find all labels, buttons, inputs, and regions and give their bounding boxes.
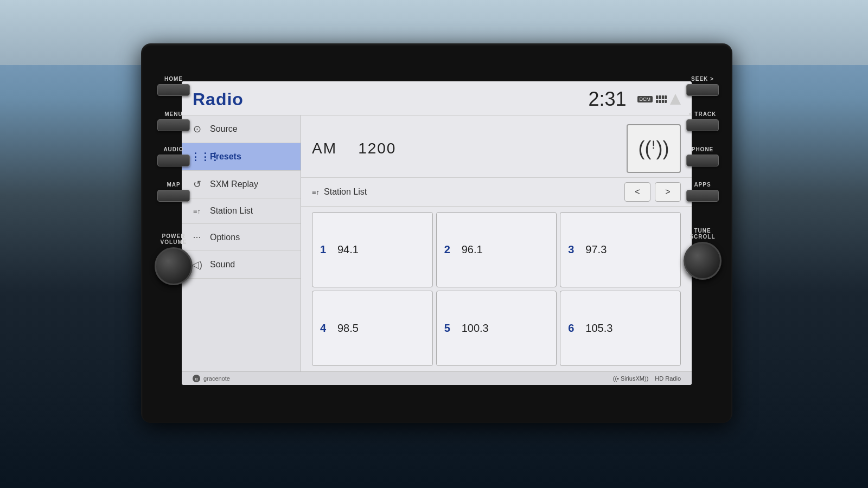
- gracenote-branding: g gracenote: [193, 375, 230, 382]
- nav-station-text: Station List: [324, 187, 367, 197]
- map-button[interactable]: [157, 190, 190, 202]
- preset-4-num: 4: [320, 322, 332, 335]
- station-list-label: Station List: [210, 206, 253, 216]
- preset-3-freq: 97.3: [585, 243, 607, 256]
- station-band: AM: [312, 140, 337, 157]
- menu-item-options[interactable]: ··· Options: [182, 224, 301, 251]
- audio-button-label: AUDIO: [163, 146, 183, 152]
- track-button-label: < TRACK: [689, 111, 717, 117]
- screen-body: ⊙ Source ⋮⋮⋮ Presets ↺ SXM Replay ≡↑ Sta…: [182, 115, 692, 371]
- preset-1[interactable]: 1 94.1: [312, 212, 433, 287]
- grid-icon: [656, 95, 667, 103]
- nav-buttons: < >: [624, 182, 681, 202]
- screen-footer: g gracenote ((• SiriusXM)) HD Radio: [182, 371, 692, 385]
- preset-2-freq: 96.1: [462, 243, 483, 256]
- hd-radio-logo: HD Radio: [655, 375, 681, 382]
- preset-5[interactable]: 5 100.3: [436, 291, 557, 366]
- prev-button[interactable]: <: [624, 182, 650, 202]
- track-button-group: < TRACK: [684, 111, 722, 131]
- preset-3[interactable]: 3 97.3: [560, 212, 681, 287]
- sound-label: Sound: [210, 260, 235, 269]
- footer-brands: ((• SiriusXM)) HD Radio: [613, 375, 681, 382]
- audio-button-group: AUDIO: [155, 146, 193, 166]
- map-button-group: MAP: [155, 182, 193, 202]
- preset-1-num: 1: [320, 243, 332, 256]
- gracenote-label: gracenote: [203, 375, 230, 382]
- screen-header: Radio 2:31 DCM: [182, 81, 692, 115]
- power-volume-knob[interactable]: [155, 247, 193, 285]
- station-frequency: 1200: [358, 140, 396, 157]
- preset-4-freq: 98.5: [337, 322, 359, 335]
- phone-button-group: PHONE: [684, 146, 722, 166]
- preset-2-num: 2: [444, 243, 456, 256]
- physical-buttons-left: HOME MENU AUDIO MAP POWER VOLUME: [155, 76, 193, 285]
- seek-button[interactable]: [686, 84, 719, 96]
- signal-icon: [670, 94, 681, 105]
- menu-item-sxm-replay[interactable]: ↺ SXM Replay: [182, 171, 301, 198]
- apps-button-group: APPS: [684, 182, 722, 202]
- preset-6-freq: 105.3: [585, 322, 612, 335]
- phone-button-label: PHONE: [692, 146, 714, 152]
- preset-2[interactable]: 2 96.1: [436, 212, 557, 287]
- map-button-label: MAP: [167, 182, 180, 188]
- tune-scroll-label: TUNE SCROLL: [690, 228, 715, 240]
- preset-5-freq: 100.3: [462, 322, 489, 335]
- nav-station-icon: ≡↑: [312, 188, 320, 196]
- track-button[interactable]: [686, 119, 719, 131]
- home-button-group: HOME: [155, 76, 193, 96]
- home-button[interactable]: [157, 84, 190, 96]
- source-label: Source: [210, 124, 238, 134]
- audio-button[interactable]: [157, 155, 190, 166]
- home-button-label: HOME: [164, 76, 183, 82]
- menu-item-station-list[interactable]: ≡↑ Station List: [182, 198, 301, 224]
- preset-3-num: 3: [568, 243, 580, 256]
- presets-label: Presets: [210, 152, 241, 162]
- menu-button[interactable]: [157, 119, 190, 131]
- preset-1-freq: 94.1: [337, 243, 359, 256]
- tune-scroll-group: TUNE SCROLL: [684, 228, 722, 280]
- screen-title: Radio: [193, 89, 244, 110]
- power-volume-group: POWER VOLUME: [155, 233, 193, 285]
- tune-scroll-knob[interactable]: [684, 242, 722, 280]
- menu-item-sound[interactable]: ◁) Sound: [182, 251, 301, 279]
- top-row: AM 1200 ((ꜝ)): [301, 115, 692, 178]
- seek-button-group: SEEK >: [684, 76, 722, 96]
- nav-row: ≡↑ Station List < >: [301, 178, 692, 207]
- power-volume-label: POWER VOLUME: [161, 233, 187, 245]
- options-label: Options: [210, 233, 240, 242]
- menu-button-label: MENU: [164, 111, 182, 117]
- radio-icon-box: ((ꜝ)): [627, 124, 681, 173]
- right-content: AM 1200 ((ꜝ)) ≡↑ Station List: [301, 115, 692, 371]
- menu-item-source[interactable]: ⊙ Source: [182, 115, 301, 143]
- apps-button-label: APPS: [694, 182, 711, 188]
- phone-button[interactable]: [686, 155, 719, 166]
- left-menu: ⊙ Source ⋮⋮⋮ Presets ↺ SXM Replay ≡↑ Sta…: [182, 115, 301, 371]
- dcm-badge: DCM: [637, 96, 653, 102]
- radio-waves-icon: ((ꜝ)): [639, 137, 669, 160]
- presets-grid: 1 94.1 2 96.1 3 97.3 4 9: [301, 207, 692, 371]
- preset-6[interactable]: 6 105.3: [560, 291, 681, 366]
- sxm-replay-label: SXM Replay: [210, 179, 258, 189]
- header-icons: DCM: [637, 94, 681, 105]
- next-button[interactable]: >: [655, 182, 681, 202]
- station-info: AM 1200: [312, 140, 396, 157]
- preset-5-num: 5: [444, 322, 456, 335]
- screen-time: 2:31: [588, 88, 626, 111]
- siriusxm-logo: ((• SiriusXM)): [613, 375, 649, 382]
- dashboard: HOME MENU AUDIO MAP POWER VOLUME Radio: [0, 0, 868, 488]
- head-unit: Radio 2:31 DCM: [141, 43, 732, 423]
- menu-item-presets[interactable]: ⋮⋮⋮ Presets: [182, 143, 301, 171]
- seek-button-label: SEEK >: [691, 76, 714, 82]
- nav-station-list-label: ≡↑ Station List: [312, 187, 367, 197]
- preset-4[interactable]: 4 98.5: [312, 291, 433, 366]
- apps-button[interactable]: [686, 190, 719, 202]
- menu-button-group: MENU: [155, 111, 193, 131]
- gracenote-dot-icon: g: [193, 375, 200, 382]
- screen: Radio 2:31 DCM: [182, 81, 692, 385]
- preset-6-num: 6: [568, 322, 580, 335]
- physical-buttons-right: SEEK > < TRACK PHONE APPS TUNE SCROLL: [684, 76, 722, 280]
